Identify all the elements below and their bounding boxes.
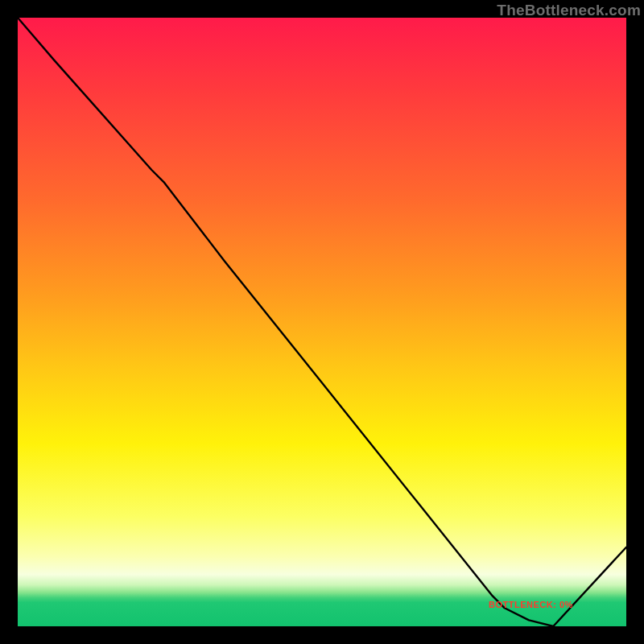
watermark-text: TheBottleneck.com [497, 2, 641, 19]
chart-frame: BOTTLENECK: 0% [18, 18, 626, 626]
chart-gradient-background [18, 18, 626, 626]
bottleneck-zero-label: BOTTLENECK: 0% [489, 600, 573, 609]
